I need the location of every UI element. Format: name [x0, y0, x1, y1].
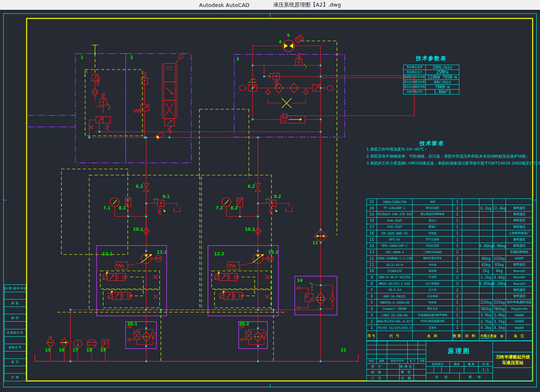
bom-material: [462, 287, 479, 293]
table-row: 10Z1SRA15F单向阀22kg4kgRexroth: [367, 268, 533, 274]
bom-header-remark: 备 注: [506, 331, 533, 341]
bom-qty: 2: [453, 293, 462, 299]
bom-material: [462, 249, 479, 255]
bom-name: 制动器: [413, 300, 453, 305]
bom-material: [462, 281, 479, 286]
bom-total-weight: [493, 287, 506, 293]
bom-name: 回油过滤器: [413, 243, 453, 249]
bom-material: [462, 325, 479, 331]
table-row: 3LHDV 33-25W-A6带溢流阀及换向阀平衡阀13.9kg3.9kgHAW…: [367, 312, 533, 318]
bom-unit-weight: [479, 230, 493, 236]
title-block: 标记 处数 更改文件号 签 字 日期 设 计 标准化 校 核 审 定: [366, 340, 533, 381]
bom-code: Z1SRA15F: [377, 268, 413, 274]
bom-material: [462, 300, 479, 305]
bom-material: [462, 318, 479, 324]
bom-no: 18: [367, 218, 377, 223]
bom-remark: 黎明液压: [506, 224, 533, 230]
margin-signature-block: 借(通)用件登记描 图描 校旧底图总号底图总号签 字日 期: [4, 284, 26, 381]
app-title: Autodesk AutoCAD: [199, 2, 249, 8]
scale-label: 比 例: [479, 362, 493, 366]
bom-no: 10: [367, 268, 377, 274]
item-label-12.1: 12.1: [102, 252, 113, 256]
item-label-15: 15: [45, 348, 51, 352]
param-label: 油箱有效容积: [404, 90, 426, 94]
sign-label: 签 字: [408, 359, 418, 363]
table-row: 9DBD-H-30-P-10/250安全阀22.2kg4.4kgRexroth: [367, 275, 533, 281]
bom-header-material: 材 料: [462, 331, 479, 341]
bom-unit-weight: 3.7kg: [479, 318, 493, 324]
bom-name: 液压马达: [413, 306, 453, 312]
bom-no: 4: [367, 306, 377, 312]
bom-material: [462, 268, 479, 274]
param-label: 系统额定流量: [404, 65, 426, 70]
project-name: 万吨半潜船起升绞车液压泵站: [493, 352, 533, 368]
item-label-8.1: 8.1: [119, 206, 126, 210]
item-label-14: 14: [297, 279, 303, 283]
bom-code: EF5-65: [377, 237, 413, 242]
item-label-11: 11: [312, 241, 318, 245]
bom-remark: Rexroth: [506, 275, 533, 280]
bom-no: 17: [367, 224, 377, 230]
bom-unit-weight: 0.05kg: [479, 281, 493, 286]
bom-total-weight: [493, 218, 506, 223]
bom-no: 5: [367, 300, 377, 305]
margin-row-empty: [5, 292, 26, 300]
table-row: 16EH-1825-800-TA加热器1上海电热电器厂: [367, 230, 533, 237]
bom-remark: 黎明液压: [506, 205, 533, 211]
bom-material: [462, 243, 479, 249]
date-label: 日期: [418, 359, 426, 363]
item-label-12.2: 12.2: [214, 252, 224, 256]
bom-qty: 1: [453, 199, 462, 205]
item-label-7.1: 7.1: [103, 206, 111, 210]
bom-qty: 2: [453, 249, 462, 255]
drawing-canvas[interactable]: 123456.19.17.18.110.16.29.27.28.210.2111…: [0, 10, 540, 392]
qty-label: 数量: [450, 362, 464, 366]
item-label-20.1: 20.1: [127, 322, 138, 326]
bom-qty: 1: [453, 237, 462, 242]
bom-qty: 1: [453, 325, 462, 331]
bom-remark: 黎明液压: [506, 218, 533, 223]
table-row: 4Compact CB280液压马达1705kg705kgHögglunds: [367, 306, 533, 312]
bom-qty: 2: [453, 205, 462, 211]
margin-row-label: 旧底图总号: [5, 329, 26, 337]
parts-list-table: 211800x1500x740油箱120TF-630x80F-C吸油过滤器26.…: [366, 198, 533, 341]
bom-unit-weight: 4.3kg: [479, 325, 493, 331]
bom-material: [462, 306, 479, 312]
item-label-6.1: 6.1: [136, 185, 143, 189]
bom-remark: Högglunds: [506, 306, 533, 312]
bom-header-weight-group: 单重总重重 量: [479, 331, 506, 341]
item-label-5: 5: [287, 34, 290, 38]
bom-name: PSV比例多路换向阀: [413, 318, 453, 324]
table-row: 8HM20-20/315-C-K35压力传感器20.05kg0.10kgRexr…: [367, 281, 533, 287]
item-label-10.1: 10.1: [133, 228, 143, 232]
margin-row-empty: [5, 307, 26, 314]
title-block-center: 原理图 阶段标记 数量 重 量 比 例 1:1 共 张 第 张: [426, 341, 493, 381]
bom-no: 14: [367, 243, 377, 249]
bom-unit-weight: 235kg: [479, 300, 493, 305]
bom-no: 6: [367, 293, 377, 299]
param-label: 系统额定压力: [404, 70, 426, 74]
bom-material: [462, 312, 479, 318]
group-frames: [27, 54, 345, 349]
bom-name: 三相异步电动机: [413, 249, 453, 255]
bom-total-weight: [493, 199, 506, 205]
table-row: 19YKJDQ24-148-37D-592液位液温控制继电器1黎明液压: [367, 212, 533, 218]
bom-name: 冷却器: [413, 262, 453, 268]
params-row: 油箱有效容积1.86m^3: [404, 90, 459, 94]
table-row: 2A7 H80/EG/EV/3AL-6-A7/250PSV比例多路换向阀13.7…: [367, 318, 533, 324]
bom-no: 16: [367, 230, 377, 236]
item-label-18: 18: [86, 348, 92, 352]
bom-unit-weight: 3.9kg: [479, 312, 493, 318]
group1-valves: [85, 45, 111, 132]
pump-group-right: [215, 254, 273, 300]
bom-qty: 1: [453, 312, 462, 318]
item-label-2: 2: [130, 56, 133, 60]
bom-code: GLC3-10-H: [377, 262, 413, 268]
drawing-title: 原理图: [426, 341, 493, 362]
params-row: 液压马达额定转速44r/min: [404, 80, 459, 85]
bom-name: 压力表: [413, 287, 453, 293]
tech-requirements-text: 1.系统工作环境温度为-10~40℃；2.系统采用不锈钢油管，可防锈蚀、抗污染；…: [366, 146, 540, 167]
item-label-1: 1: [81, 56, 84, 60]
margin-row-label: 签 字: [5, 359, 26, 366]
bom-no: 15: [367, 237, 377, 242]
